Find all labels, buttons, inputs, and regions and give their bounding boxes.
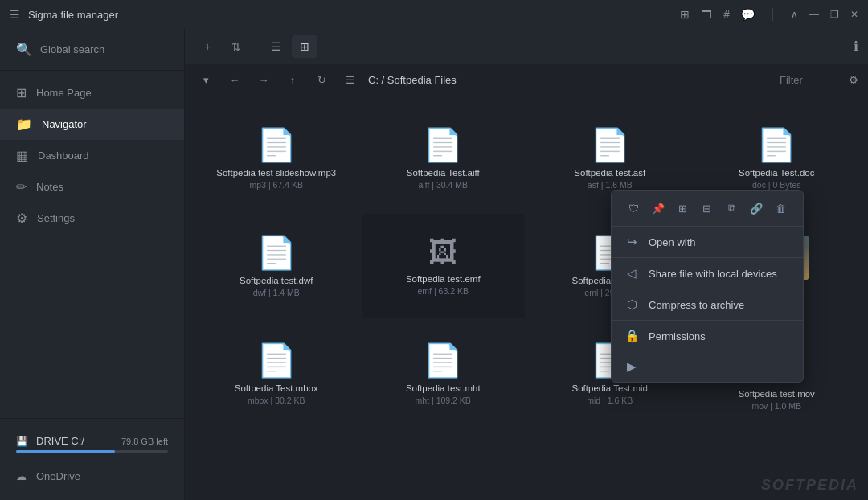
file-name: Softpedia Test.mid [572,383,648,395]
file-name: Softpedia test slideshow.mp3 [216,167,336,179]
tb-icon-3[interactable]: # [723,8,730,21]
navigator-icon: 📁 [16,117,32,132]
sidebar-item-dashboard[interactable]: ▦ Dashboard [0,140,184,171]
tb-icon-2[interactable]: 🗖 [701,8,712,21]
ctx-menu-share[interactable]: ◁ Share file with local devices [612,258,803,289]
file-name: Softpedia test.dwf [240,275,313,287]
ctx-menu-compress-label: Compress to archive [649,299,744,311]
ctx-icon-resize[interactable]: ⊞ [671,197,694,219]
list-view-button[interactable]: ☰ [263,35,289,58]
sidebar-item-notes[interactable]: ✏ Notes [0,171,184,203]
toolbar: + ⇅ ☰ ⊞ ℹ [185,29,868,64]
file-meta: emf | 63.2 KB [418,286,469,296]
sidebar: 🔍 Global search ⊞ Home Page 📁 Navigator … [0,29,185,500]
context-menu-icon-row: 🛡 📌 ⊞ ⊟ ⧉ 🔗 🗑 [612,191,803,227]
file-meta: aiff | 30.4 MB [419,180,468,190]
address-path: C: / Softpedia Files [368,74,773,86]
drive-label: DRIVE C:/ [36,435,84,447]
sidebar-bottom: 💾 DRIVE C:/ 79.8 GB left ☁ OneDrive [0,418,184,500]
ctx-menu-open-with-label: Open with [649,236,696,248]
ctx-icon-pin[interactable]: 📌 [647,197,669,219]
file-item-emf[interactable]: 🖼 Softpedia test.emf emf | 63.2 KB [362,214,526,318]
file-doc-icon: 📄 [590,129,630,161]
filter-area: ⚙ [780,74,858,86]
add-button[interactable]: + [194,35,220,58]
file-item[interactable]: 📄 Softpedia test slideshow.mp3 mp3 | 67.… [194,106,358,211]
file-meta: mht | 109.2 KB [416,395,471,405]
image-icon: 🖼 [428,238,457,267]
file-doc-icon: 📄 [423,129,463,161]
share-icon: ◁ [624,266,639,281]
sidebar-item-home[interactable]: ⊞ Home Page [0,77,184,109]
file-meta: mp3 | 67.4 KB [250,180,303,190]
menu-icon[interactable]: ☰ [10,8,20,21]
file-doc-icon: 📄 [256,129,297,161]
addr-up-button[interactable]: ↑ [281,69,304,92]
ctx-menu-permissions-label: Permissions [649,330,706,342]
file-doc-icon: 📄 [423,344,463,376]
sidebar-item-onedrive[interactable]: ☁ OneDrive [0,462,184,490]
window-restore[interactable]: ❐ [830,9,839,20]
addr-menu-button[interactable]: ☰ [339,69,362,92]
file-item[interactable]: 📄 Softpedia test.dwf dwf | 1.4 MB [194,214,358,318]
tb-icon-1[interactable]: ⊞ [680,8,690,21]
sidebar-item-navigator[interactable]: 📁 Navigator [0,109,184,140]
filter-icon[interactable]: ⚙ [849,74,858,86]
onedrive-icon: ☁ [16,470,27,482]
file-meta: mov | 1.0 MB [751,401,801,411]
ctx-menu-permissions[interactable]: 🔒 Permissions [612,321,803,351]
sidebar-nav: ⊞ Home Page 📁 Navigator ▦ Dashboard ✏ No… [0,71,184,418]
file-name: Softpedia test.mht [406,383,481,395]
ctx-menu-compress[interactable]: ⬡ Compress to archive [612,289,803,320]
file-meta: mbox | 30.2 KB [248,395,305,405]
ctx-menu-play[interactable]: ▶ [612,351,803,382]
sidebar-item-settings-label: Settings [37,212,75,224]
file-name: Softpedia Test.aiff [407,167,480,179]
settings-icon: ⚙ [16,211,27,226]
ctx-icon-shield[interactable]: 🛡 [622,197,645,219]
info-button[interactable]: ℹ [854,39,858,54]
window-close[interactable]: ✕ [850,9,858,20]
file-name: Softpedia test.emf [406,273,481,285]
addr-dropdown-button[interactable]: ▾ [194,69,217,92]
drive-bar-fill [16,450,115,453]
ctx-menu-open-with[interactable]: ↪ Open with [612,227,803,257]
file-item[interactable]: 📄 Softpedia Test.aiff aiff | 30.4 MB [362,106,526,211]
file-item[interactable]: 📄 Softpedia Test.mbox mbox | 30.2 KB [194,322,358,426]
global-search-button[interactable]: 🔍 Global search [10,37,174,62]
search-label: Global search [40,43,104,55]
file-item[interactable]: 📄 Softpedia test.mht mht | 109.2 KB [362,322,526,426]
addressbar: ▾ ← → ↑ ↻ ☰ C: / Softpedia Files ⚙ [185,64,868,96]
grid-view-button[interactable]: ⊞ [292,35,317,58]
open-with-icon: ↪ [624,235,639,249]
play-icon: ▶ [624,359,639,374]
file-name: Softpedia Test.mbox [235,383,318,395]
title-bar: ☰ Sigma file manager ⊞ 🗖 # 💬 ∧ — ❐ ✕ [0,0,868,29]
window-minimize[interactable]: ∧ [791,9,798,20]
dashboard-icon: ▦ [16,148,28,163]
ctx-icon-duplicate[interactable]: ⧉ [721,197,743,219]
drive-bar-track [16,450,168,453]
toolbar-separator [256,39,256,55]
context-menu[interactable]: 🛡 📌 ⊞ ⊟ ⧉ 🔗 🗑 ↪ Open with ◁ Share file w… [611,190,804,383]
addr-forward-button[interactable]: → [252,69,275,92]
sort-button[interactable]: ⇅ [223,35,249,58]
window-minimize-dash[interactable]: — [809,9,819,20]
sidebar-item-notes-label: Notes [36,181,63,193]
file-meta: asf | 1.6 MB [588,180,633,190]
drive-icon: 💾 [16,436,28,447]
addr-back-button[interactable]: ← [223,69,246,92]
addr-refresh-button[interactable]: ↻ [310,69,333,92]
file-doc-icon: 📄 [756,129,796,161]
drive-size: 79.8 GB left [121,436,168,446]
ctx-icon-delete[interactable]: 🗑 [770,197,792,219]
ctx-icon-copy[interactable]: ⊟ [696,197,719,219]
compress-icon: ⬡ [624,297,639,312]
ctx-icon-link[interactable]: 🔗 [745,197,768,219]
tb-icon-4[interactable]: 💬 [741,8,755,21]
sidebar-item-settings[interactable]: ⚙ Settings [0,203,184,234]
file-doc-icon: 📄 [256,344,297,376]
ctx-menu-share-label: Share file with local devices [649,268,777,280]
search-icon: 🔍 [16,42,32,57]
filter-input[interactable] [780,74,844,86]
